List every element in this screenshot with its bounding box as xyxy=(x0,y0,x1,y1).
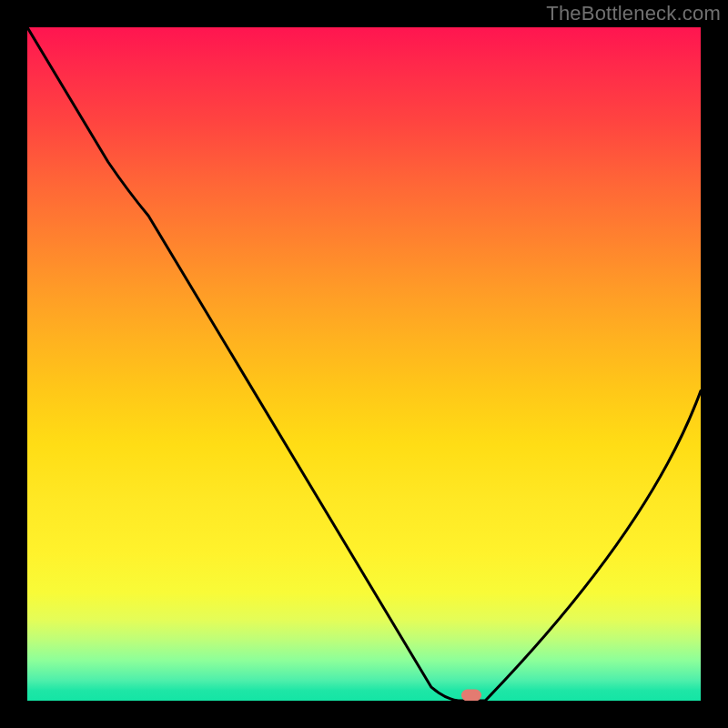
curve-path xyxy=(27,27,701,701)
optimal-marker xyxy=(461,690,481,701)
watermark-text: TheBottleneck.com xyxy=(546,2,721,25)
plot-area xyxy=(27,27,701,701)
bottleneck-curve xyxy=(27,27,701,701)
chart-container: TheBottleneck.com xyxy=(0,0,728,728)
